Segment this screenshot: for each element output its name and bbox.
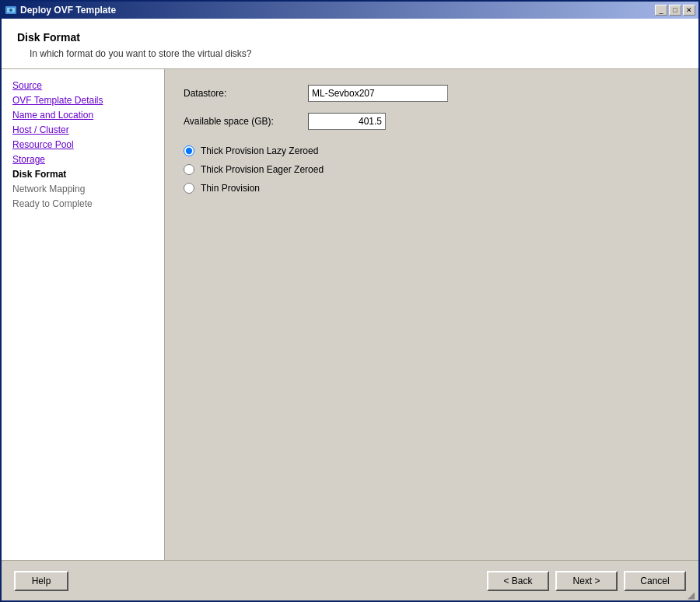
minimize-button[interactable]: _: [655, 5, 667, 16]
help-button[interactable]: Help: [14, 571, 68, 591]
radio-thick-lazy-label: Thick Provision Lazy Zeroed: [201, 145, 318, 156]
radio-thick-lazy-input[interactable]: [184, 145, 194, 156]
sidebar: Source OVF Template Details Name and Loc…: [2, 69, 165, 560]
page-subtitle: In which format do you want to store the…: [30, 48, 683, 59]
provision-radio-group: Thick Provision Lazy Zeroed Thick Provis…: [184, 145, 680, 194]
sidebar-item-resource-pool[interactable]: Resource Pool: [9, 138, 156, 152]
main-content: Source OVF Template Details Name and Loc…: [2, 69, 698, 560]
title-bar: Deploy OVF Template _ □ ✕: [2, 2, 698, 19]
footer-right: < Back Next > Cancel: [487, 571, 686, 591]
available-space-input[interactable]: [308, 113, 386, 130]
sidebar-item-ovf-template-details[interactable]: OVF Template Details: [9, 93, 156, 107]
datastore-label: Datastore:: [184, 88, 308, 99]
deploy-ovf-window: Deploy OVF Template _ □ ✕ Disk Format In…: [0, 0, 700, 602]
cancel-button[interactable]: Cancel: [624, 571, 686, 591]
radio-thick-eager[interactable]: Thick Provision Eager Zeroed: [184, 164, 680, 175]
resize-handle[interactable]: ◢: [688, 590, 697, 599]
radio-thick-lazy[interactable]: Thick Provision Lazy Zeroed: [184, 145, 680, 156]
sidebar-item-host-cluster[interactable]: Host / Cluster: [9, 123, 156, 137]
sidebar-item-network-mapping: Network Mapping: [9, 182, 156, 196]
datastore-row: Datastore:: [184, 85, 680, 102]
radio-thin[interactable]: Thin Provision: [184, 183, 680, 194]
available-space-row: Available space (GB):: [184, 113, 680, 130]
window-icon: [5, 4, 17, 16]
sidebar-item-ready-to-complete: Ready to Complete: [9, 197, 156, 211]
window-title: Deploy OVF Template: [20, 5, 655, 16]
sidebar-item-name-and-location[interactable]: Name and Location: [9, 108, 156, 122]
footer-left: Help: [14, 571, 487, 591]
sidebar-item-storage[interactable]: Storage: [9, 152, 156, 166]
available-space-label: Available space (GB):: [184, 116, 308, 127]
header-section: Disk Format In which format do you want …: [2, 19, 698, 69]
radio-thin-label: Thin Provision: [201, 183, 260, 194]
close-button[interactable]: ✕: [683, 5, 695, 16]
svg-point-2: [9, 9, 12, 12]
page-title: Disk Format: [17, 31, 683, 44]
radio-thick-eager-input[interactable]: [184, 164, 194, 175]
sidebar-item-source[interactable]: Source: [9, 79, 156, 93]
maximize-button[interactable]: □: [669, 5, 681, 16]
sidebar-item-disk-format: Disk Format: [9, 167, 156, 181]
datastore-input[interactable]: [308, 85, 448, 102]
content-area: Datastore: Available space (GB): Thick P…: [165, 69, 698, 560]
next-button[interactable]: Next >: [555, 571, 618, 591]
window-controls: _ □ ✕: [655, 5, 695, 16]
footer: Help < Back Next > Cancel: [2, 560, 698, 600]
radio-thick-eager-label: Thick Provision Eager Zeroed: [201, 164, 324, 175]
back-button[interactable]: < Back: [487, 571, 549, 591]
radio-thin-input[interactable]: [184, 183, 194, 194]
